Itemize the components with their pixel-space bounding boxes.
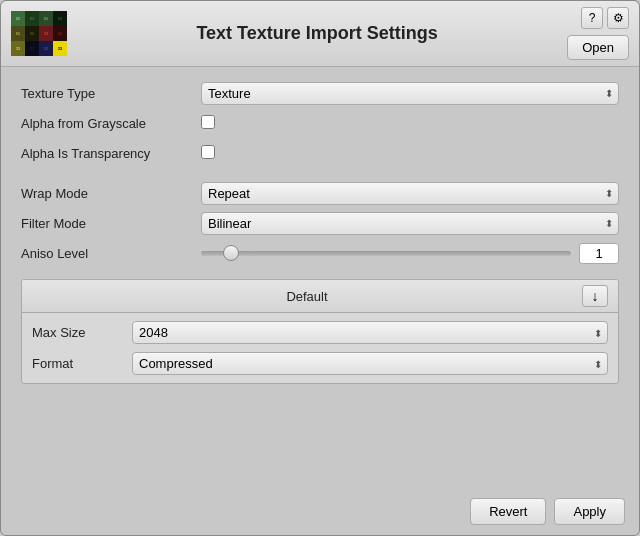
icon-cell: 32 xyxy=(53,26,67,41)
max-size-row: Max Size 32 64 128 256 512 1024 2048 409… xyxy=(22,317,618,348)
aniso-level-value-input[interactable]: 1 xyxy=(579,243,619,264)
icon-cell: 33 xyxy=(39,26,53,41)
icon-cell: 32 xyxy=(39,41,53,56)
platform-rows: Max Size 32 64 128 256 512 1024 2048 409… xyxy=(22,313,618,383)
icon-cell: 65 xyxy=(11,11,25,26)
revert-button[interactable]: Revert xyxy=(470,498,546,525)
alpha-grayscale-checkbox[interactable] xyxy=(201,115,215,129)
alpha-grayscale-row: Alpha from Grayscale xyxy=(21,111,619,135)
icon-cell: 33 xyxy=(53,41,67,56)
aniso-level-label: Aniso Level xyxy=(21,246,201,261)
bottom-bar: Revert Apply xyxy=(1,490,639,535)
icon-cell: 32 xyxy=(25,26,39,41)
wrap-mode-label: Wrap Mode xyxy=(21,186,201,201)
filter-mode-row: Filter Mode Point (no filter) Bilinear T… xyxy=(21,211,619,235)
titlebar: 65 03 65 03 65 32 33 32 33 33 32 33 Text… xyxy=(1,1,639,67)
apply-button[interactable]: Apply xyxy=(554,498,625,525)
max-size-label: Max Size xyxy=(32,325,132,340)
alpha-grayscale-control xyxy=(201,115,619,132)
filter-mode-select[interactable]: Point (no filter) Bilinear Trilinear xyxy=(201,212,619,235)
icon-cell: 33 xyxy=(11,41,25,56)
format-control: Compressed 16 bits Truecolor Crunched xyxy=(132,352,608,375)
gear-button[interactable]: ⚙ xyxy=(607,7,629,29)
aniso-level-slider[interactable] xyxy=(201,251,571,256)
texture-type-label: Texture Type xyxy=(21,86,201,101)
texture-preview-icon: 65 03 65 03 65 32 33 32 33 33 32 33 xyxy=(11,11,67,57)
filter-mode-label: Filter Mode xyxy=(21,216,201,231)
icon-cell: 65 xyxy=(11,26,25,41)
max-size-select[interactable]: 32 64 128 256 512 1024 2048 4096 8192 xyxy=(132,321,608,344)
platform-title: Default xyxy=(32,289,582,304)
format-row: Format Compressed 16 bits Truecolor Crun… xyxy=(22,348,618,379)
wrap-mode-select[interactable]: Repeat Clamp xyxy=(201,182,619,205)
alpha-transparency-label: Alpha Is Transparency xyxy=(21,146,201,161)
filter-mode-control: Point (no filter) Bilinear Trilinear xyxy=(201,212,619,235)
help-button[interactable]: ? xyxy=(581,7,603,29)
texture-type-select[interactable]: Texture Normal Map Sprite (2D and UI) xyxy=(201,82,619,105)
format-select[interactable]: Compressed 16 bits Truecolor Crunched xyxy=(132,352,608,375)
spacer1 xyxy=(21,171,619,181)
texture-type-control: Texture Normal Map Sprite (2D and UI) xyxy=(201,82,619,105)
max-size-control: 32 64 128 256 512 1024 2048 4096 8192 xyxy=(132,321,608,344)
window-title: Text Texture Import Settings xyxy=(77,23,557,44)
alpha-transparency-control xyxy=(201,145,619,162)
wrap-mode-control: Repeat Clamp xyxy=(201,182,619,205)
format-label: Format xyxy=(32,356,132,371)
icon-cell: 03 xyxy=(53,11,67,26)
platform-section: Default ↓ Max Size 32 64 128 256 512 102… xyxy=(21,279,619,384)
titlebar-actions: ? ⚙ Open xyxy=(567,7,629,60)
window: 65 03 65 03 65 32 33 32 33 33 32 33 Text… xyxy=(0,0,640,536)
wrap-mode-row: Wrap Mode Repeat Clamp xyxy=(21,181,619,205)
aniso-level-control: 1 xyxy=(201,243,619,264)
icon-buttons: ? ⚙ xyxy=(581,7,629,29)
icon-cell: 03 xyxy=(25,11,39,26)
download-button[interactable]: ↓ xyxy=(582,285,608,307)
open-button[interactable]: Open xyxy=(567,35,629,60)
alpha-grayscale-label: Alpha from Grayscale xyxy=(21,116,201,131)
icon-cell: 33 xyxy=(25,41,39,56)
aniso-level-row: Aniso Level 1 xyxy=(21,241,619,265)
platform-header: Default ↓ xyxy=(22,280,618,313)
alpha-transparency-row: Alpha Is Transparency xyxy=(21,141,619,165)
main-content: Texture Type Texture Normal Map Sprite (… xyxy=(1,67,639,490)
texture-type-row: Texture Type Texture Normal Map Sprite (… xyxy=(21,81,619,105)
alpha-transparency-checkbox[interactable] xyxy=(201,145,215,159)
icon-cell: 65 xyxy=(39,11,53,26)
